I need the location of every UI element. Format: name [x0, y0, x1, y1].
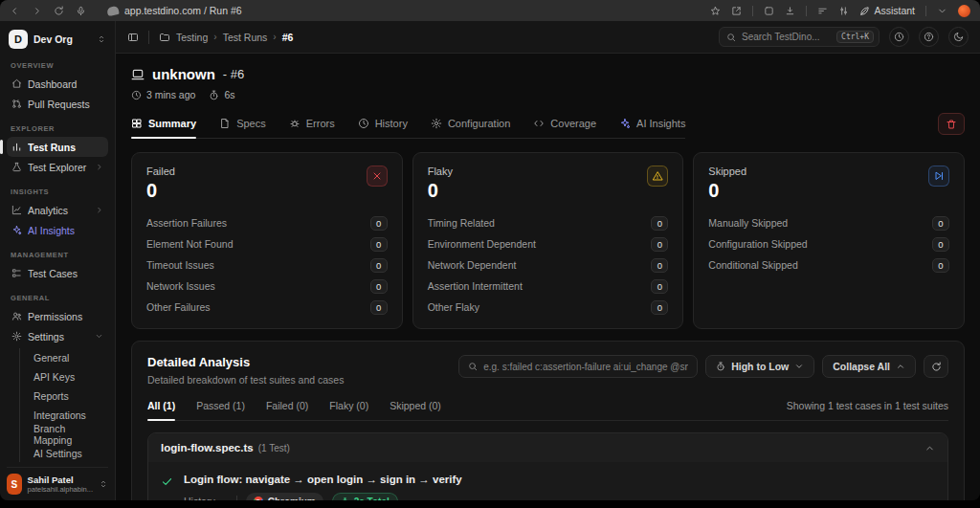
- sidebar-item-test-cases[interactable]: Test Cases: [7, 263, 108, 283]
- collapse-all-button[interactable]: Collapse All: [822, 355, 916, 378]
- sparkles-icon: [11, 225, 22, 235]
- flaky-card-count: 0: [428, 180, 453, 202]
- breadcrumb-project[interactable]: Testing: [176, 32, 208, 43]
- breadcrumb-test-runs[interactable]: Test Runs: [223, 32, 268, 43]
- sidebar: D Dev Org OVERVIEW Dashboard Pull Reques…: [0, 21, 116, 500]
- search-icon: [726, 33, 736, 42]
- share-icon[interactable]: [731, 6, 742, 16]
- grid-icon: [131, 118, 143, 129]
- sidebar-item-test-runs[interactable]: Test Runs: [7, 137, 108, 157]
- history-button[interactable]: [889, 27, 909, 47]
- sidebar-subitem-general[interactable]: General: [30, 348, 108, 366]
- analysis-search[interactable]: [458, 355, 698, 378]
- settings-submenu: General API Keys Reports Integrations Br…: [19, 348, 108, 462]
- theme-toggle-button[interactable]: [948, 27, 969, 47]
- run-machine-name: unknown: [152, 66, 215, 82]
- browser-forward-icon[interactable]: [32, 6, 42, 16]
- test-case-row[interactable]: Login flow: navigate → open login → sign…: [148, 462, 947, 500]
- top-bar: Testing › Test Runs › #6 Ctrl+K: [116, 21, 980, 54]
- stat-row: Assertion Failures0: [146, 215, 388, 231]
- user-menu[interactable]: S Sahil Patel patelsahil.alphabin...: [7, 467, 108, 495]
- desktop-background: [0, 500, 980, 508]
- stat-row: Element Not Found0: [146, 236, 388, 252]
- detailed-analysis-panel: Detailed Analysis Detailed breakdown of …: [131, 341, 965, 500]
- refresh-icon: [931, 362, 942, 372]
- help-button[interactable]: [919, 27, 939, 47]
- browser-mic-icon[interactable]: [76, 6, 86, 16]
- chevron-down-icon: [794, 362, 804, 371]
- section-label-general: GENERAL: [7, 294, 108, 302]
- bookmark-star-icon[interactable]: [710, 6, 721, 16]
- user-name: Sahil Patel: [28, 475, 93, 485]
- analysis-title: Detailed Analysis: [147, 355, 344, 369]
- filter-failed[interactable]: Failed (0): [266, 400, 308, 420]
- sidebar-toggle-icon[interactable]: [127, 32, 139, 43]
- sidebar-item-permissions[interactable]: Permissions: [7, 306, 108, 326]
- section-label-explorer: EXPLORER: [7, 124, 108, 133]
- sidebar-item-settings[interactable]: Settings: [7, 326, 108, 346]
- chevron-right-icon: [95, 206, 103, 214]
- sidebar-subitem-api-keys[interactable]: API Keys: [30, 367, 108, 386]
- tab-errors[interactable]: Errors: [289, 118, 335, 138]
- history-dropdown[interactable]: History: [184, 496, 228, 500]
- tab-summary[interactable]: Summary: [131, 118, 196, 138]
- global-search-input[interactable]: [742, 32, 831, 42]
- search-icon: [468, 362, 478, 371]
- tab-specs[interactable]: Specs: [219, 118, 266, 138]
- reading-list-icon[interactable]: [817, 6, 828, 16]
- sidebar-subitem-branch-mapping[interactable]: Branch Mapping: [30, 425, 108, 443]
- browser-back-icon[interactable]: [10, 6, 20, 16]
- chevron-right-icon: [95, 163, 103, 171]
- browser-profile-avatar[interactable]: [958, 5, 970, 17]
- tab-coverage[interactable]: Coverage: [533, 118, 596, 138]
- section-label-management: MANAGEMENT: [7, 251, 108, 259]
- timer-icon: [341, 497, 349, 501]
- downloads-icon[interactable]: [785, 6, 795, 16]
- tab-tuner-icon[interactable]: [838, 6, 849, 16]
- sidebar-subitem-ai-settings[interactable]: AI Settings: [30, 444, 108, 462]
- sidebar-item-ai-insights[interactable]: AI Insights: [7, 220, 108, 240]
- sort-button[interactable]: High to Low: [705, 355, 814, 378]
- filter-skipped[interactable]: Skipped (0): [390, 400, 441, 420]
- tab-history[interactable]: History: [358, 118, 408, 138]
- run-meta-row: 3 mins ago 6s: [131, 89, 965, 100]
- sidebar-item-analytics[interactable]: Analytics: [7, 200, 108, 220]
- stat-row: Timing Related0: [428, 215, 669, 231]
- refresh-button[interactable]: [924, 355, 948, 378]
- sidebar-subitem-integrations[interactable]: Integrations: [30, 406, 108, 424]
- summary-cards: Failed 0 Assertion Failures0 Element Not…: [131, 152, 965, 329]
- flaky-status-badge: [647, 166, 668, 187]
- browser-reload-icon[interactable]: [54, 6, 64, 16]
- timer-icon: [209, 90, 219, 100]
- flaky-card-title: Flaky: [428, 166, 453, 177]
- stat-row: Timeout Issues0: [146, 257, 388, 273]
- extensions-icon[interactable]: [764, 6, 774, 16]
- global-search[interactable]: Ctrl+K: [719, 27, 880, 47]
- filter-flaky[interactable]: Flaky (0): [329, 400, 368, 420]
- sidebar-item-test-explorer[interactable]: Test Explorer: [7, 157, 108, 177]
- chevron-down-icon[interactable]: [937, 6, 947, 16]
- chevron-down-icon: [219, 497, 228, 501]
- divider: [752, 6, 753, 16]
- tab-ai-insights[interactable]: AI Insights: [619, 118, 685, 138]
- sidebar-item-pull-requests[interactable]: Pull Requests: [7, 94, 108, 114]
- suite-header[interactable]: login-flow.spec.ts (1 Test): [148, 433, 947, 462]
- divider: [236, 496, 237, 500]
- filter-all[interactable]: All (1): [147, 400, 175, 420]
- assistant-button[interactable]: Assistant: [859, 5, 915, 16]
- org-switcher[interactable]: D Dev Org: [7, 28, 108, 51]
- machine-icon: [131, 68, 145, 81]
- chart-line-icon: [11, 205, 22, 215]
- sidebar-item-dashboard[interactable]: Dashboard: [7, 74, 108, 94]
- failed-card: Failed 0 Assertion Failures0 Element Not…: [131, 152, 403, 329]
- org-name: Dev Org: [33, 33, 91, 45]
- stat-row: Conditional Skipped0: [708, 257, 949, 273]
- chevron-up-icon[interactable]: [924, 443, 935, 453]
- filter-passed[interactable]: Passed (1): [196, 400, 245, 420]
- sidebar-subitem-reports[interactable]: Reports: [30, 387, 108, 405]
- tab-configuration[interactable]: Configuration: [431, 118, 510, 138]
- divider: [806, 6, 807, 16]
- analysis-search-input[interactable]: [483, 362, 688, 372]
- delete-run-button[interactable]: [938, 113, 965, 135]
- browser-url-bar[interactable]: app.testdino.com / Run #6: [107, 5, 242, 16]
